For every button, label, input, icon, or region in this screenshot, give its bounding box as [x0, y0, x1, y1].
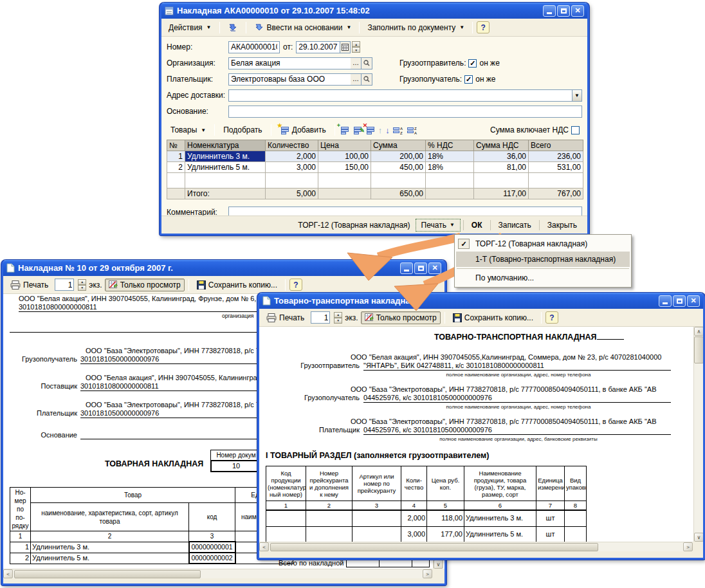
cell-code[interactable]: 00000000002 [189, 553, 235, 564]
copies-stepper[interactable]: ▲▼ [334, 312, 342, 324]
fill-by-document-button[interactable]: Заполнить по документу▼ [363, 21, 468, 34]
step-up-icon[interactable]: ▲ [334, 312, 342, 318]
menu-item-default[interactable]: По умолчанию... [456, 270, 630, 286]
col-header[interactable]: № [167, 140, 185, 151]
payer-open-button[interactable] [362, 73, 372, 86]
cell-vat-sum[interactable]: 36,00 [474, 151, 529, 162]
step-down-icon[interactable]: ▼ [78, 285, 86, 291]
col-header[interactable]: Цена [318, 140, 371, 151]
move-up-button[interactable]: ↑ [378, 125, 383, 135]
delete-row-button[interactable]: ✕ [365, 126, 375, 134]
organization-input[interactable] [228, 57, 351, 69]
print-button[interactable]: Печать▼ [416, 219, 461, 232]
close-button[interactable]: ✕ [428, 262, 441, 274]
cell-code[interactable]: 00000000001 [189, 542, 235, 553]
save-copy-button[interactable]: Сохранить копию... [449, 311, 537, 324]
col-header[interactable]: Количество [266, 140, 318, 151]
print-button[interactable]: Печать [262, 311, 308, 324]
step-up-icon[interactable]: ▲ [352, 41, 360, 47]
ok-button[interactable]: ОК [466, 219, 488, 231]
step-up-icon[interactable]: ▲ [78, 279, 86, 285]
help-button[interactable]: ? [545, 311, 558, 324]
cell-sum[interactable]: 450,00 [371, 162, 426, 173]
table-row[interactable]: 1 Удлиннитель 3 м. 2,000 100,00 200,00 1… [167, 151, 583, 162]
view-only-toggle[interactable]: Только просмотр [105, 279, 185, 291]
date-input[interactable] [296, 41, 340, 53]
horizontal-scrollbar[interactable]: < > [259, 542, 693, 551]
maximize-button[interactable] [557, 5, 570, 17]
add-row-button[interactable]: ★ Добавить [276, 124, 330, 136]
organization-open-button[interactable] [362, 57, 372, 69]
cell-vat-pct[interactable]: 18% [426, 151, 474, 162]
scrollbar-thumb[interactable] [14, 570, 201, 578]
print-button[interactable]: Печать [6, 279, 52, 291]
edit-row-button[interactable]: ✎ [352, 126, 362, 134]
close-button[interactable]: Закрыть [542, 219, 582, 231]
menu-item-1t[interactable]: 1-Т (Товарно-транспортная накладная) [456, 252, 630, 267]
maximize-button[interactable] [414, 262, 427, 274]
move-down-button[interactable]: ↓ [385, 125, 390, 135]
col-header[interactable]: Сумма [371, 140, 426, 151]
payer-select-button[interactable]: … [351, 73, 362, 86]
step-down-icon[interactable]: ▼ [334, 318, 342, 324]
menu-item-torg12[interactable]: ✓ ТОРГ-12 (Товарная накладная) [456, 236, 630, 252]
copies-input[interactable] [55, 279, 74, 291]
minimize-button[interactable] [400, 262, 413, 274]
close-button[interactable]: ✕ [687, 295, 700, 307]
scroll-right-icon[interactable]: > [423, 569, 432, 578]
delivery-address-combo[interactable]: ▼ [228, 89, 582, 102]
copies-stepper[interactable]: ▲▼ [78, 279, 86, 291]
sort-desc-button[interactable]: ZA [407, 126, 418, 134]
cell-nomenclature-selected[interactable]: Удлиннитель 3 м. [185, 151, 266, 162]
scroll-down-icon[interactable]: ∨ [434, 560, 443, 569]
consignee-checkbox[interactable]: ✓ [464, 75, 473, 84]
cell-total[interactable]: 531,00 [529, 162, 583, 173]
basis-input[interactable] [228, 106, 582, 118]
cell-sum[interactable]: 200,00 [371, 151, 426, 162]
maximize-button[interactable] [673, 295, 686, 307]
scroll-up-icon[interactable]: ∧ [694, 327, 703, 336]
close-button[interactable]: ✕ [571, 5, 584, 17]
ttn-titlebar[interactable]: Товарно-транспортная накладная ✕ [259, 293, 703, 309]
actions-menu-button[interactable]: Действия▼ [165, 21, 215, 34]
col-header[interactable]: % НДС [426, 140, 474, 151]
torg12-titlebar[interactable]: Накладная № 10 от 29 октября 2007 г. ✕ [3, 260, 444, 276]
invoice-titlebar[interactable]: Накладная АКА00000010 от 29.10.2007 15:4… [161, 3, 587, 19]
cell-qty[interactable]: 2,000 [266, 151, 318, 162]
copies-input[interactable] [311, 311, 330, 324]
doc-number-value[interactable]: 10 [210, 460, 262, 472]
scroll-right-icon[interactable]: > [683, 542, 693, 551]
cell-price[interactable]: 100,00 [318, 151, 371, 162]
save-button[interactable]: Записать [493, 219, 536, 231]
number-input[interactable] [228, 41, 280, 53]
col-header[interactable]: Всего [529, 140, 583, 151]
help-button[interactable]: ? [477, 21, 490, 33]
cell-total[interactable]: 236,00 [529, 151, 583, 162]
cell-num[interactable]: 2 [167, 162, 185, 173]
minimize-button[interactable] [659, 295, 672, 307]
delivery-address-input[interactable] [228, 89, 572, 102]
col-header[interactable]: Сумма НДС [474, 140, 529, 151]
vat-included-checkbox[interactable] [571, 126, 580, 134]
chevron-down-icon[interactable]: ▼ [572, 89, 582, 102]
step-down-icon[interactable]: ▼ [352, 47, 360, 53]
minimize-button[interactable] [543, 5, 556, 17]
cell-num[interactable]: 1 [167, 151, 185, 162]
col-header[interactable]: Номенклатура [185, 140, 266, 151]
scroll-left-icon[interactable]: < [3, 569, 13, 578]
save-copy-button[interactable]: Сохранить копию... [193, 279, 281, 291]
view-only-toggle[interactable]: Только просмотр [361, 311, 441, 324]
pick-button[interactable]: Подобрать [219, 124, 266, 136]
cell-vat-pct[interactable]: 18% [426, 162, 474, 173]
calendar-button[interactable] [340, 41, 351, 53]
goods-menu-button[interactable]: Товары▼ [167, 124, 210, 136]
cell-price[interactable]: 150,00 [318, 162, 371, 173]
cell-qty[interactable]: 3,000 [266, 162, 318, 173]
organization-select-button[interactable]: … [351, 57, 362, 69]
insert-row-button[interactable]: + [340, 126, 349, 134]
date-stepper[interactable]: ▲▼ [352, 41, 360, 53]
scrollbar-thumb[interactable] [270, 543, 598, 551]
cell-vat-sum[interactable]: 81,00 [474, 162, 529, 173]
scroll-left-icon[interactable]: < [259, 542, 269, 551]
sort-asc-button[interactable]: AZ [393, 126, 404, 134]
